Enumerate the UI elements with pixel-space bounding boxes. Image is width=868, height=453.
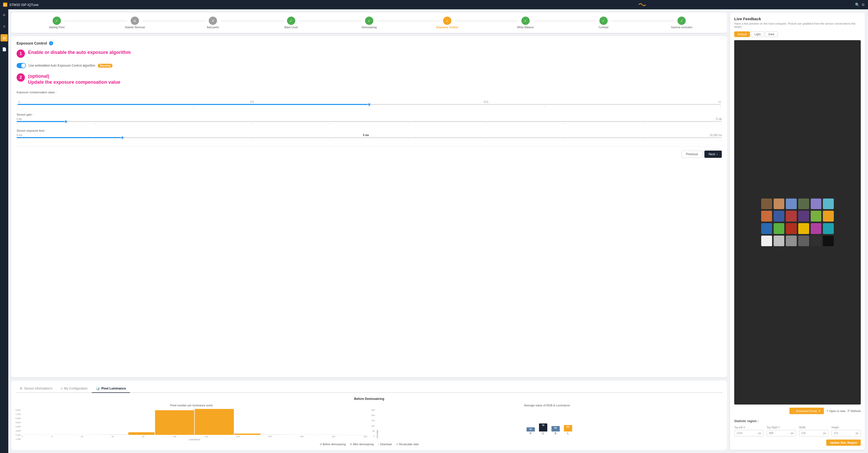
refresh-button[interactable]: ↺ Refresh bbox=[847, 409, 861, 413]
theme-btn-dark[interactable]: Dark bbox=[765, 31, 778, 37]
step-bad-pixels[interactable]: ✕ Bad pixels bbox=[174, 17, 252, 29]
sidebar-icon-sliders[interactable]: ≡ bbox=[1, 23, 8, 30]
stat-field-topleftx: Top left X 1134 px bbox=[734, 426, 764, 436]
field-input-2[interactable]: 125 px bbox=[799, 430, 828, 436]
sidebar-icon-menu[interactable]: ▤ bbox=[1, 34, 8, 41]
next-button[interactable]: Next › bbox=[704, 151, 722, 158]
field-input-1[interactable]: 899 px bbox=[767, 430, 796, 436]
swatch-23 bbox=[823, 235, 834, 247]
tab-pixel-luminance[interactable]: 📊 Pixel Luminance bbox=[92, 385, 130, 393]
step-label-7: Contrast bbox=[599, 26, 609, 29]
exposure-time-track bbox=[17, 137, 722, 138]
field-value-3: 123 bbox=[834, 432, 838, 434]
download-chart-btn[interactable]: ↓ Download bbox=[378, 443, 392, 446]
rgb-chart: Average value of RGB & Luminance 2552001… bbox=[371, 404, 723, 441]
sidebar-icon-crosshair[interactable]: ✛ bbox=[1, 11, 8, 19]
auto-exposure-toggle[interactable] bbox=[17, 63, 26, 68]
compensation-fill bbox=[18, 104, 369, 105]
live-title: Live Feedback bbox=[734, 17, 861, 21]
step-circle-4: ✓ bbox=[365, 17, 373, 25]
compensation-track bbox=[18, 104, 721, 105]
card-title-text: Exposure Control bbox=[17, 41, 47, 45]
step-starting-point[interactable]: ✓ Starting Point bbox=[18, 17, 96, 29]
field-unit-2: px bbox=[823, 432, 826, 434]
dropdown-icon: ▾ bbox=[819, 409, 820, 413]
previous-button[interactable]: Previous bbox=[682, 151, 703, 158]
gain-track bbox=[17, 121, 722, 122]
step-contrast[interactable]: ✓ Contrast bbox=[564, 17, 643, 29]
step-statistic-removal[interactable]: ⊘ Statistic Removal bbox=[96, 17, 174, 29]
app-title: STM32 ISP IQTune bbox=[9, 3, 39, 7]
step-label-1: Statistic Removal bbox=[125, 26, 145, 29]
stat-field-width: Width 125 px bbox=[799, 426, 828, 436]
gain-label: Sensor gain : bbox=[17, 113, 722, 116]
rgb-r-bar: 41 bbox=[527, 427, 535, 431]
update-btn-row: Update Stat. Region bbox=[734, 440, 861, 446]
app-logo-icon: ST bbox=[3, 3, 7, 7]
chart1-title: Pixel number per luminance point bbox=[16, 404, 367, 407]
info-icon[interactable]: i bbox=[49, 41, 53, 45]
step-white-balance[interactable]: ✓ White Balance bbox=[486, 17, 564, 29]
swatch-11 bbox=[823, 211, 834, 222]
rgb-l: 64 L bbox=[564, 425, 572, 435]
field-label-1: Top Right Y bbox=[767, 426, 796, 429]
rgb-b: 53 B bbox=[552, 426, 560, 435]
swatch-21 bbox=[798, 235, 809, 247]
chart1-area: 48163264128192224240248252255 Luminance bbox=[22, 409, 367, 441]
toggle-row: Use embedded Auto Exposure Control algor… bbox=[17, 63, 722, 68]
step-circle-0: ✓ bbox=[53, 17, 61, 25]
stat-field-height: Height 123 px bbox=[832, 426, 861, 436]
chart2-title: Average value of RGB & Luminance bbox=[371, 404, 723, 407]
field-input-3[interactable]: 123 px bbox=[832, 430, 861, 436]
stat-field-toprighty: Top Right Y 899 px bbox=[767, 426, 796, 436]
update-stat-region-button[interactable]: Update Stat. Region bbox=[826, 440, 861, 446]
chart2-y-label: average bbox=[376, 435, 723, 438]
bar-6 bbox=[195, 409, 234, 435]
before-demosaicing-btn[interactable]: ↺ Before demosaicing bbox=[320, 443, 346, 446]
step-label-5: Exposure Control bbox=[436, 26, 458, 29]
swatch-9 bbox=[798, 211, 809, 222]
sidebar-icon-file[interactable]: 📄 bbox=[1, 45, 8, 53]
open-in-new-button[interactable]: ↗ Open in new bbox=[826, 409, 845, 413]
step-gamma-correction[interactable]: ✓ Gamma correction bbox=[643, 17, 721, 29]
swatch-4 bbox=[811, 198, 822, 209]
rgb-g: 79 G bbox=[539, 423, 547, 435]
bar-7 bbox=[235, 433, 260, 435]
chart2-area: 41 R 79 G bbox=[376, 409, 723, 438]
step-label-4: Demosaicing bbox=[362, 26, 377, 29]
field-input-0[interactable]: 1134 px bbox=[734, 430, 764, 436]
step-demosaicing[interactable]: ✓ Demosaicing bbox=[330, 17, 408, 29]
tab-sensor-info[interactable]: ⚙ Sensor information's bbox=[16, 385, 57, 393]
chart1-x-axis: 48163264128192224240248252255 bbox=[22, 435, 367, 438]
step-circle-3: ✓ bbox=[287, 17, 295, 25]
step-black-level[interactable]: ✓ Black Level bbox=[252, 17, 330, 29]
chart1-bars bbox=[22, 409, 367, 435]
preview-image bbox=[734, 40, 861, 405]
bar-8 bbox=[261, 434, 287, 435]
theme-btn-light[interactable]: Light bbox=[751, 31, 764, 37]
search-icon[interactable]: 🔍 bbox=[855, 3, 860, 7]
bar-2 bbox=[75, 434, 101, 435]
steps-row: ✓ Starting Point ⊘ Statistic Removal ✕ B… bbox=[18, 17, 721, 29]
sidebar: ✛ ≡ ▤ 📄 bbox=[0, 9, 8, 453]
exposure-time-thumb[interactable] bbox=[121, 136, 124, 139]
step-exposure-control[interactable]: ✓ Exposure Control bbox=[408, 17, 486, 29]
section-title: Before Demosaicing bbox=[16, 397, 723, 401]
compensation-thumb[interactable] bbox=[368, 103, 371, 106]
field-label-0: Top left X bbox=[734, 426, 764, 429]
tab-my-config[interactable]: ≡ My Configuration bbox=[57, 385, 92, 393]
app-logo: ST STM32 ISP IQTune bbox=[3, 3, 429, 7]
field-unit-0: px bbox=[758, 432, 761, 434]
download-dump-button[interactable]: ↓ Download Dump ▾ bbox=[789, 408, 824, 414]
settings-icon[interactable]: ⚙ bbox=[862, 3, 865, 7]
recalculate-stats-btn[interactable]: ↗ Recalculate stats bbox=[396, 443, 419, 446]
exposure-time-value: 5 ms bbox=[363, 134, 369, 137]
step1-badge: 1 bbox=[17, 50, 25, 58]
field-label-2: Width bbox=[799, 426, 828, 429]
exposure-time-max: 33.266 ms bbox=[710, 134, 722, 137]
after-demosaicing-btn[interactable]: ↺ After demosaicing bbox=[350, 443, 374, 446]
theme-btn-default[interactable]: Default bbox=[734, 31, 750, 37]
swatch-10 bbox=[811, 211, 822, 222]
chart2-bars: 41 R 79 G bbox=[376, 409, 723, 435]
field-label-3: Height bbox=[832, 426, 861, 429]
